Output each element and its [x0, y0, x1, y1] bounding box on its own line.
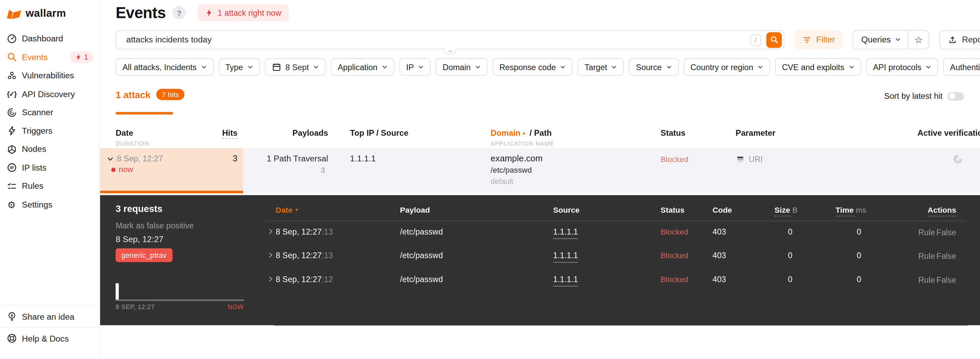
request-payload: /etc/passwd: [400, 227, 443, 236]
filter-chip-target[interactable]: Target: [578, 58, 624, 75]
column-hits[interactable]: Hits: [222, 128, 237, 137]
rule-action-link[interactable]: Rule: [918, 228, 935, 237]
filter-chip-8-sept[interactable]: 8 Sept: [265, 58, 326, 75]
attack-payload: 1 Path Traversal: [267, 154, 328, 163]
search-toolbar: / Filter Queries ☆ Report: [116, 30, 980, 49]
request-row[interactable]: 8 Sep, 12:27:12/etc/passwd1.1.1.1Blocked…: [100, 271, 980, 295]
sidebar-menu: DashboardEvents1Vulnerabilities{✓}API Di…: [0, 29, 99, 214]
rule-action-link[interactable]: Rule: [918, 251, 935, 260]
sidebar-item-nodes[interactable]: Nodes: [0, 140, 99, 159]
wallarm-logo-icon: [6, 8, 22, 19]
attack-row[interactable]: 8 Sep, 12:27 now 3 1 Path Traversal 3 1.…: [100, 148, 980, 193]
column-request-time[interactable]: Time ms: [835, 206, 866, 215]
hits-badge: 7 hits: [156, 89, 185, 100]
sidebar-item-help-docs[interactable]: Help & Docs: [0, 327, 99, 349]
chevron-down-icon: [201, 64, 207, 69]
attacks-table-header: Date DURATION Hits Payloads Top IP / Sou…: [100, 128, 980, 148]
filter-chip-all-attacks-incidents[interactable]: All attacks, Incidents: [116, 58, 213, 75]
sidebar-item-triggers[interactable]: Triggers: [0, 122, 99, 140]
search-icon: [770, 35, 779, 44]
settings-icon: ⚙: [6, 199, 17, 210]
filter-chip-application[interactable]: Application: [331, 58, 395, 75]
expand-chevron-icon[interactable]: [267, 252, 274, 258]
request-size: 0: [788, 274, 792, 284]
request-source-link[interactable]: 1.1.1.1: [553, 227, 578, 239]
favorite-star-button[interactable]: ☆: [908, 31, 929, 49]
attack-payload-count: 3: [320, 166, 325, 175]
report-button[interactable]: Report: [940, 30, 980, 49]
filter-chip-country-or-region[interactable]: Country or region: [683, 58, 770, 75]
rule-action-link[interactable]: Rule: [918, 275, 935, 284]
column-application-name: APPLICATION NAME: [491, 140, 554, 147]
filter-icon: [803, 35, 811, 44]
chevron-down-icon: [895, 37, 901, 42]
sidebar-item-scanner[interactable]: Scanner: [0, 103, 99, 122]
sort-toggle[interactable]: [948, 92, 964, 101]
sidebar-item-rules[interactable]: Rules: [0, 177, 99, 196]
column-date: Date: [116, 128, 133, 137]
request-source-link[interactable]: 1.1.1.1: [553, 274, 578, 287]
attack-live-indicator: now: [111, 165, 133, 174]
chevron-down-icon: [926, 64, 931, 69]
chevron-down-icon: [313, 64, 319, 69]
requests-table-header: Date▼ Payload Source Status Code Size B …: [100, 206, 980, 219]
bolt-icon: [205, 9, 213, 17]
help-docs-icon: [6, 333, 17, 344]
request-row[interactable]: 8 Sep, 12:27:13/etc/passwd1.1.1.1Blocked…: [100, 247, 980, 271]
help-icon[interactable]: ?: [173, 6, 186, 19]
attack-application: default: [491, 177, 513, 186]
wallarm-logo-text: wallarm: [25, 8, 66, 20]
filter-chip-authentication[interactable]: Authentication: [943, 58, 980, 75]
sort-asc-icon: ▲: [522, 131, 526, 135]
search-expand-handle[interactable]: [444, 48, 457, 54]
column-parameter: Parameter: [736, 128, 775, 137]
events-count-badge: 1: [70, 51, 93, 63]
request-time: 0: [857, 227, 861, 236]
sidebar-item-share-an-idea[interactable]: Share an idea: [0, 305, 99, 327]
sidebar: wallarm DashboardEvents1Vulnerabilities{…: [0, 0, 100, 359]
svg-text:IP: IP: [10, 166, 13, 170]
column-request-actions[interactable]: Actions: [928, 206, 956, 215]
column-active-verification: Active verification: [918, 128, 963, 137]
wallarm-logo[interactable]: wallarm: [6, 8, 66, 20]
calendar-icon: [272, 62, 281, 72]
filter-chip-type[interactable]: Type: [218, 58, 260, 75]
header-divider: [266, 221, 966, 222]
filter-chip-api-protocols[interactable]: API protocols: [866, 58, 938, 75]
sidebar-item-settings[interactable]: ⚙Settings: [0, 196, 99, 214]
triggers-icon: [6, 126, 17, 136]
false-action-link[interactable]: False: [936, 275, 956, 284]
vulnerabilities-icon: [6, 70, 17, 81]
filter-chip-response-code[interactable]: Response code: [492, 58, 573, 75]
false-action-link[interactable]: False: [936, 251, 956, 260]
sidebar-item-label: Triggers: [22, 126, 52, 136]
column-domain-path[interactable]: Domain▲ / Path: [491, 128, 552, 137]
request-source-link[interactable]: 1.1.1.1: [553, 251, 578, 263]
expand-chevron-icon[interactable]: [267, 228, 274, 235]
sidebar-item-dashboard[interactable]: Dashboard: [0, 29, 99, 48]
filter-button[interactable]: Filter: [794, 30, 843, 49]
search-button[interactable]: [766, 32, 782, 48]
expand-chevron-icon[interactable]: [267, 276, 274, 282]
column-request-code: Code: [713, 206, 732, 215]
filter-chip-source[interactable]: Source: [629, 58, 679, 75]
attack-alert-text: 1 attack right now: [218, 8, 281, 18]
request-row[interactable]: 8 Sep, 12:27:13/etc/passwd1.1.1.1Blocked…: [100, 223, 980, 247]
chevron-down-icon: [382, 64, 387, 69]
sidebar-item-events[interactable]: Events1: [0, 48, 99, 66]
column-request-date[interactable]: Date▼: [276, 206, 299, 215]
attack-date-cell: 8 Sep, 12:27 now: [100, 148, 243, 193]
chevron-down-icon: [849, 64, 854, 69]
filter-chip-cve-and-exploits[interactable]: CVE and exploits: [775, 58, 861, 75]
sidebar-item-vulnerabilities[interactable]: Vulnerabilities: [0, 66, 99, 85]
filter-chip-domain[interactable]: Domain: [436, 58, 487, 75]
chevron-down-icon: [418, 64, 424, 69]
search-input[interactable]: [116, 31, 784, 49]
column-request-size[interactable]: Size B: [775, 206, 797, 215]
sidebar-item-ip-lists[interactable]: IPIP lists: [0, 159, 99, 177]
collapse-chevron-icon[interactable]: [107, 156, 114, 163]
false-action-link[interactable]: False: [936, 228, 956, 237]
filter-chip-ip[interactable]: IP: [399, 58, 431, 75]
queries-dropdown[interactable]: Queries: [853, 31, 908, 49]
sidebar-item-api-discovery[interactable]: {✓}API Discovery: [0, 85, 99, 103]
